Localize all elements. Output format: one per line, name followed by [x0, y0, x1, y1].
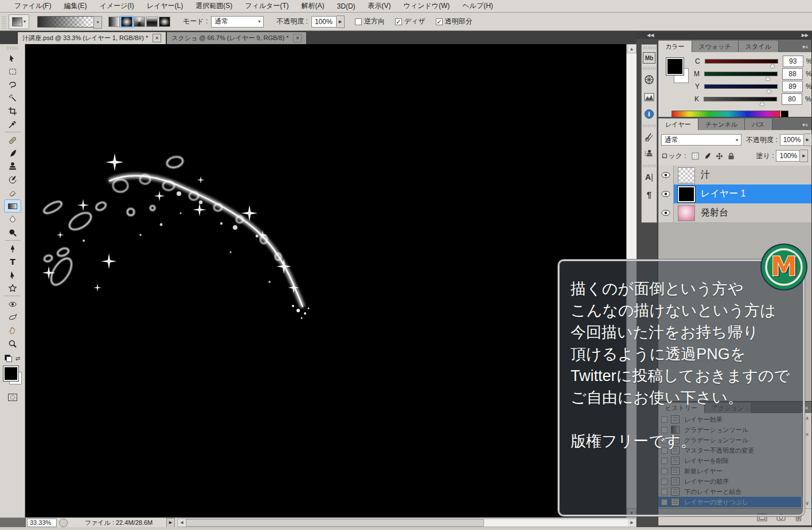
close-icon[interactable]: ✕	[293, 34, 302, 42]
mini-bridge-icon[interactable]: Mb	[643, 52, 655, 64]
blend-mode-select[interactable]: 通常 ▾	[211, 16, 264, 28]
opacity-spinner-button[interactable]: ▶	[337, 15, 345, 28]
pen-tool-icon[interactable]	[4, 242, 21, 255]
menu-select[interactable]: 選択範囲(S)	[189, 0, 239, 12]
panel-menu-icon[interactable]: ▾≡	[802, 44, 811, 52]
quick-mask-icon[interactable]	[4, 391, 21, 404]
reverse-checkbox[interactable]	[355, 18, 362, 25]
lock-position-icon[interactable]	[715, 152, 724, 160]
visibility-toggle[interactable]	[658, 203, 674, 222]
yellow-value[interactable]: 89	[782, 81, 803, 92]
magic-wand-tool-icon[interactable]	[4, 91, 21, 104]
status-menu-button[interactable]: ▶	[166, 518, 175, 528]
clone-stamp-tool-icon[interactable]	[4, 160, 21, 173]
swap-colors-icon[interactable]: ⇄	[15, 355, 20, 362]
fill-input[interactable]: 100%	[776, 150, 800, 162]
menu-view[interactable]: 表示(V)	[362, 0, 397, 12]
lock-transparency-icon[interactable]	[691, 152, 700, 160]
visibility-toggle[interactable]	[658, 184, 674, 203]
layer-thumbnail[interactable]	[678, 186, 695, 202]
crop-tool-icon[interactable]	[4, 104, 21, 117]
navigator-icon[interactable]	[642, 73, 656, 87]
menu-filter[interactable]: フィルター(T)	[239, 0, 295, 12]
character-panel-icon[interactable]: A|	[642, 170, 656, 184]
slider-marker[interactable]	[770, 64, 775, 68]
layer-blend-mode-select[interactable]: 通常 ▾	[661, 134, 741, 146]
black-value[interactable]: 80	[782, 93, 802, 105]
layer-opacity-spinner[interactable]: ▶	[804, 134, 812, 146]
slider-marker[interactable]	[760, 101, 764, 105]
paragraph-panel-icon[interactable]: ¶	[642, 187, 656, 201]
menu-window[interactable]: ウィンドウ(W)	[397, 0, 456, 12]
foreground-color-swatch[interactable]	[666, 58, 684, 75]
magenta-slider[interactable]	[704, 72, 778, 76]
eraser-tool-icon[interactable]	[4, 186, 21, 199]
layer-name[interactable]: 発射台	[701, 207, 728, 219]
menu-help[interactable]: ヘルプ(H)	[456, 0, 499, 12]
palette-grip[interactable]	[7, 46, 18, 50]
menu-image[interactable]: イメージ(I)	[93, 0, 140, 12]
cyan-slider[interactable]	[705, 59, 778, 64]
document-tab-active[interactable]: 汁講座.psd @ 33.3% (レイヤー 1, RGB/8#) * ✕	[17, 32, 166, 44]
smudge-tool-icon[interactable]	[4, 213, 21, 226]
dither-checkbox[interactable]: ✓	[395, 18, 402, 25]
tab-color[interactable]: カラー	[658, 41, 692, 52]
tab-styles[interactable]: スタイル	[739, 41, 779, 52]
scroll-up-icon[interactable]: ∧	[805, 415, 809, 421]
gradient-picker[interactable]: ▾	[37, 16, 95, 28]
scroll-left-icon[interactable]: ◀	[178, 519, 186, 527]
zoom-level-input[interactable]: 33.33%	[27, 519, 57, 527]
fill-spinner[interactable]: ▶	[800, 150, 808, 162]
document-canvas[interactable]	[25, 44, 626, 517]
layer-opacity-input[interactable]: 100%	[780, 134, 804, 146]
angle-gradient-button[interactable]	[134, 17, 145, 27]
custom-shape-tool-icon[interactable]	[4, 281, 21, 295]
document-tab-inactive[interactable]: スクショ @ 66.7% (レイヤー 9, RGB/8) * ✕	[166, 32, 307, 44]
clone-source-icon[interactable]	[642, 147, 656, 161]
tab-paths[interactable]: パス	[745, 119, 772, 130]
reflected-gradient-button[interactable]	[146, 17, 158, 27]
cyan-value[interactable]: 93	[783, 56, 803, 67]
panel-menu-icon[interactable]: ▾≡	[802, 122, 811, 130]
eyedropper-tool-icon[interactable]	[4, 117, 21, 131]
tab-layers[interactable]: レイヤー	[658, 119, 698, 130]
opacity-input[interactable]: 100%	[311, 16, 337, 28]
menu-file[interactable]: ファイル(F)	[8, 0, 57, 12]
layer-thumbnail[interactable]	[678, 205, 695, 221]
histogram-icon[interactable]	[642, 90, 656, 104]
collapse-panels-icon[interactable]: ◀◀	[647, 33, 654, 38]
info-icon[interactable]: i	[642, 107, 656, 121]
scroll-down-icon[interactable]: ∨	[805, 500, 809, 506]
gradient-picker-dropdown[interactable]: ▾	[93, 16, 102, 29]
magenta-value[interactable]: 88	[782, 68, 803, 80]
transparency-checkbox[interactable]: ✓	[436, 18, 443, 25]
lock-pixels-icon[interactable]	[703, 152, 712, 160]
dither-checkbox-row[interactable]: ✓ ディザ	[395, 17, 425, 26]
type-tool-icon[interactable]: T	[4, 255, 21, 268]
healing-brush-tool-icon[interactable]	[4, 134, 21, 147]
canvas-horizontal-scrollbar[interactable]: ◀ ▶	[177, 519, 637, 527]
layer-row-launcher[interactable]: 発射台	[658, 203, 811, 223]
layer-name[interactable]: 汁	[701, 169, 710, 181]
swap-colors-control[interactable]: ⇄	[5, 355, 20, 362]
lasso-tool-icon[interactable]	[4, 78, 21, 91]
slider-marker[interactable]	[766, 76, 770, 80]
transparency-checkbox-row[interactable]: ✓ 透明部分	[436, 17, 473, 26]
scroll-up-icon[interactable]: ▲	[627, 44, 637, 53]
scrollbar-grip[interactable]: ≡	[806, 431, 809, 437]
menu-layer[interactable]: レイヤー(L)	[140, 0, 190, 12]
history-brush-tool-icon[interactable]	[4, 173, 21, 186]
tab-channels[interactable]: チャンネル	[698, 119, 745, 130]
3d-orbit-tool-icon[interactable]	[4, 311, 21, 324]
gradient-tool-icon[interactable]	[4, 199, 21, 213]
layer-row-juice[interactable]: 汁	[658, 166, 811, 185]
horizontal-scroll-thumb[interactable]	[186, 519, 484, 527]
gradient-tool-preset-button[interactable]: ▾	[9, 14, 29, 29]
default-colors-icon[interactable]	[5, 355, 12, 362]
brush-presets-icon[interactable]	[642, 130, 656, 144]
scroll-right-icon[interactable]: ▶	[628, 519, 636, 527]
layer-name[interactable]: レイヤー 1	[701, 188, 745, 200]
expand-panels-icon[interactable]: ▶▶	[802, 33, 809, 38]
dodge-tool-icon[interactable]	[4, 226, 21, 239]
hand-tool-icon[interactable]	[4, 324, 21, 337]
